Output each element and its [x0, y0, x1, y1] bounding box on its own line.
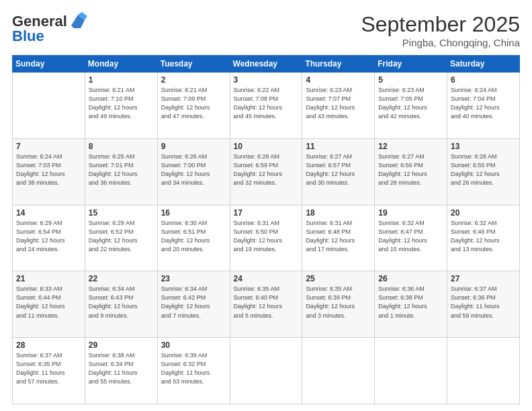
day-info: Sunrise: 6:39 AM Sunset: 6:32 PM Dayligh…	[161, 351, 226, 386]
day-info: Sunrise: 6:31 AM Sunset: 6:48 PM Dayligh…	[306, 219, 371, 254]
day-number: 25	[306, 274, 371, 283]
col-header-thursday: Thursday	[302, 56, 375, 73]
day-info: Sunrise: 6:27 AM Sunset: 6:57 PM Dayligh…	[306, 152, 371, 187]
day-info: Sunrise: 6:32 AM Sunset: 6:47 PM Dayligh…	[378, 219, 443, 254]
calendar-week-2: 7Sunrise: 6:24 AM Sunset: 7:03 PM Daylig…	[13, 138, 520, 205]
title-block: September 2025 Pingba, Chongqing, China	[361, 12, 520, 48]
calendar-week-3: 14Sunrise: 6:29 AM Sunset: 6:54 PM Dayli…	[13, 205, 520, 271]
calendar-week-1: 1Sunrise: 6:21 AM Sunset: 7:10 PM Daylig…	[13, 73, 520, 139]
col-header-monday: Monday	[85, 56, 157, 73]
calendar-cell: 14Sunrise: 6:29 AM Sunset: 6:54 PM Dayli…	[13, 205, 85, 271]
calendar-week-4: 21Sunrise: 6:33 AM Sunset: 6:44 PM Dayli…	[13, 271, 520, 338]
page: General Blue September 2025 Pingba, Chon…	[0, 0, 532, 411]
calendar-cell: 30Sunrise: 6:39 AM Sunset: 6:32 PM Dayli…	[157, 338, 230, 404]
day-number: 27	[451, 274, 516, 283]
day-info: Sunrise: 6:22 AM Sunset: 7:08 PM Dayligh…	[234, 86, 299, 121]
day-number: 13	[451, 142, 516, 151]
day-info: Sunrise: 6:26 AM Sunset: 6:59 PM Dayligh…	[234, 152, 299, 187]
day-number: 14	[16, 208, 81, 218]
calendar-cell: 10Sunrise: 6:26 AM Sunset: 6:59 PM Dayli…	[230, 138, 302, 205]
day-info: Sunrise: 6:33 AM Sunset: 6:44 PM Dayligh…	[16, 285, 81, 320]
day-info: Sunrise: 6:30 AM Sunset: 6:51 PM Dayligh…	[161, 219, 226, 254]
day-info: Sunrise: 6:24 AM Sunset: 7:04 PM Dayligh…	[451, 86, 516, 121]
calendar-cell: 20Sunrise: 6:32 AM Sunset: 6:46 PM Dayli…	[447, 205, 520, 271]
day-info: Sunrise: 6:23 AM Sunset: 7:07 PM Dayligh…	[306, 86, 371, 121]
calendar-header-row: SundayMondayTuesdayWednesdayThursdayFrid…	[13, 56, 520, 73]
day-info: Sunrise: 6:29 AM Sunset: 6:54 PM Dayligh…	[16, 219, 81, 254]
calendar-cell: 29Sunrise: 6:38 AM Sunset: 6:34 PM Dayli…	[85, 338, 157, 404]
day-info: Sunrise: 6:23 AM Sunset: 7:05 PM Dayligh…	[378, 86, 443, 121]
calendar-cell: 21Sunrise: 6:33 AM Sunset: 6:44 PM Dayli…	[13, 271, 85, 338]
col-header-tuesday: Tuesday	[157, 56, 230, 73]
day-number: 18	[306, 208, 371, 218]
day-number: 21	[16, 274, 81, 283]
logo-blue-text: Blue	[12, 28, 44, 44]
day-number: 16	[161, 208, 226, 218]
calendar-cell: 27Sunrise: 6:37 AM Sunset: 6:36 PM Dayli…	[447, 271, 520, 338]
calendar-cell: 2Sunrise: 6:21 AM Sunset: 7:09 PM Daylig…	[157, 73, 230, 139]
calendar-cell: 22Sunrise: 6:34 AM Sunset: 6:43 PM Dayli…	[85, 271, 157, 338]
day-info: Sunrise: 6:32 AM Sunset: 6:46 PM Dayligh…	[451, 219, 516, 254]
day-number: 19	[378, 208, 443, 218]
calendar-cell: 8Sunrise: 6:25 AM Sunset: 7:01 PM Daylig…	[85, 138, 157, 205]
day-number: 28	[16, 340, 81, 350]
day-info: Sunrise: 6:21 AM Sunset: 7:10 PM Dayligh…	[89, 86, 154, 121]
calendar-cell: 17Sunrise: 6:31 AM Sunset: 6:50 PM Dayli…	[230, 205, 302, 271]
calendar-cell	[13, 73, 85, 139]
day-number: 12	[378, 142, 443, 151]
calendar-cell: 23Sunrise: 6:34 AM Sunset: 6:42 PM Dayli…	[157, 271, 230, 338]
calendar-cell: 5Sunrise: 6:23 AM Sunset: 7:05 PM Daylig…	[375, 73, 447, 139]
col-header-friday: Friday	[375, 56, 447, 73]
day-number: 17	[234, 208, 299, 218]
day-number: 23	[161, 274, 226, 283]
day-number: 3	[234, 75, 299, 85]
calendar-cell: 19Sunrise: 6:32 AM Sunset: 6:47 PM Dayli…	[375, 205, 447, 271]
day-number: 11	[306, 142, 371, 151]
day-number: 22	[89, 274, 154, 283]
calendar-cell: 15Sunrise: 6:29 AM Sunset: 6:52 PM Dayli…	[85, 205, 157, 271]
day-info: Sunrise: 6:31 AM Sunset: 6:50 PM Dayligh…	[234, 219, 299, 254]
day-number: 6	[451, 75, 516, 85]
day-info: Sunrise: 6:34 AM Sunset: 6:43 PM Dayligh…	[89, 285, 154, 320]
day-number: 15	[89, 208, 154, 218]
day-number: 29	[89, 340, 154, 350]
header: General Blue September 2025 Pingba, Chon…	[12, 12, 520, 48]
calendar-cell	[447, 338, 520, 404]
day-info: Sunrise: 6:37 AM Sunset: 6:36 PM Dayligh…	[451, 285, 516, 320]
calendar-week-5: 28Sunrise: 6:37 AM Sunset: 6:35 PM Dayli…	[13, 338, 520, 404]
day-info: Sunrise: 6:35 AM Sunset: 6:39 PM Dayligh…	[306, 285, 371, 320]
day-number: 1	[89, 75, 154, 85]
day-info: Sunrise: 6:34 AM Sunset: 6:42 PM Dayligh…	[161, 285, 226, 320]
day-number: 9	[161, 142, 226, 151]
day-number: 2	[161, 75, 226, 85]
calendar-cell: 25Sunrise: 6:35 AM Sunset: 6:39 PM Dayli…	[302, 271, 375, 338]
day-number: 30	[161, 340, 226, 350]
calendar-cell: 3Sunrise: 6:22 AM Sunset: 7:08 PM Daylig…	[230, 73, 302, 139]
calendar-cell: 7Sunrise: 6:24 AM Sunset: 7:03 PM Daylig…	[13, 138, 85, 205]
day-info: Sunrise: 6:26 AM Sunset: 7:00 PM Dayligh…	[161, 152, 226, 187]
day-info: Sunrise: 6:28 AM Sunset: 6:55 PM Dayligh…	[451, 152, 516, 187]
day-info: Sunrise: 6:21 AM Sunset: 7:09 PM Dayligh…	[161, 86, 226, 121]
calendar-cell: 6Sunrise: 6:24 AM Sunset: 7:04 PM Daylig…	[447, 73, 520, 139]
day-number: 8	[89, 142, 154, 151]
day-number: 20	[451, 208, 516, 218]
calendar-cell: 18Sunrise: 6:31 AM Sunset: 6:48 PM Dayli…	[302, 205, 375, 271]
calendar-cell	[230, 338, 302, 404]
calendar-table: SundayMondayTuesdayWednesdayThursdayFrid…	[12, 55, 520, 404]
month-title: September 2025	[361, 12, 520, 37]
day-info: Sunrise: 6:24 AM Sunset: 7:03 PM Dayligh…	[16, 152, 81, 187]
day-info: Sunrise: 6:29 AM Sunset: 6:52 PM Dayligh…	[89, 219, 154, 254]
calendar-cell: 26Sunrise: 6:36 AM Sunset: 6:38 PM Dayli…	[375, 271, 447, 338]
day-number: 4	[306, 75, 371, 85]
day-number: 10	[234, 142, 299, 151]
day-info: Sunrise: 6:27 AM Sunset: 6:56 PM Dayligh…	[378, 152, 443, 187]
calendar-cell	[375, 338, 447, 404]
day-info: Sunrise: 6:36 AM Sunset: 6:38 PM Dayligh…	[378, 285, 443, 320]
day-number: 26	[378, 274, 443, 283]
col-header-saturday: Saturday	[447, 56, 520, 73]
day-number: 24	[234, 274, 299, 283]
day-number: 5	[378, 75, 443, 85]
calendar-cell: 28Sunrise: 6:37 AM Sunset: 6:35 PM Dayli…	[13, 338, 85, 404]
calendar-cell: 4Sunrise: 6:23 AM Sunset: 7:07 PM Daylig…	[302, 73, 375, 139]
calendar-cell: 16Sunrise: 6:30 AM Sunset: 6:51 PM Dayli…	[157, 205, 230, 271]
